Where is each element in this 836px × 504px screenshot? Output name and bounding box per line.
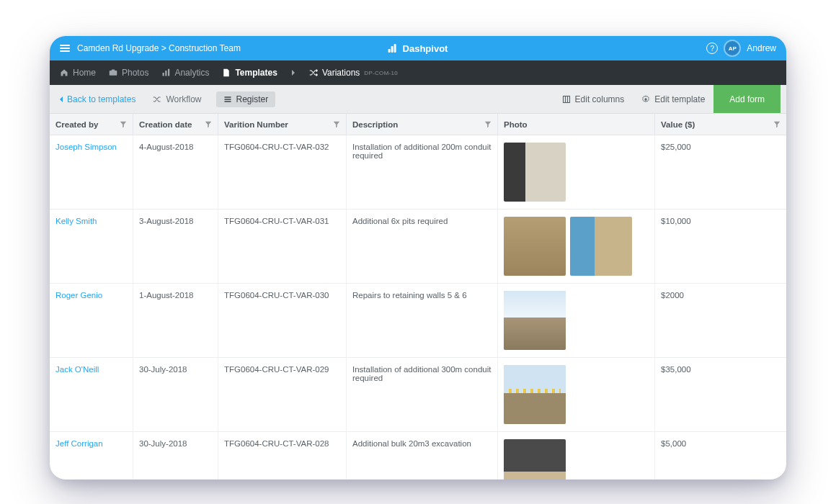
tab-workflow-label: Workflow — [166, 94, 201, 104]
cell-value: $2000 — [655, 284, 786, 357]
nav-home-label: Home — [73, 68, 96, 78]
nav-variations-label: Variations — [322, 68, 360, 78]
column-photo-label: Photo — [504, 120, 528, 129]
nav-bar: Home Photos Analytics Templates Variatio… — [50, 60, 786, 85]
photo-thumbnail[interactable] — [504, 217, 566, 276]
cell-photo — [498, 432, 655, 480]
cell-created-by[interactable]: Kelly Smith — [50, 210, 133, 283]
cell-value: $5,000 — [655, 432, 786, 480]
cell-creation-date: 4-August-2018 — [133, 135, 218, 209]
svg-rect-0 — [110, 71, 117, 76]
data-table: Created by Creation date Varition Number… — [50, 114, 786, 480]
column-variation-number-label: Varition Number — [224, 120, 288, 129]
nav-home[interactable]: Home — [60, 68, 96, 78]
cell-value: $35,000 — [655, 358, 786, 431]
photo-thumbnail[interactable] — [504, 439, 566, 480]
edit-columns-button[interactable]: Edit columns — [553, 85, 633, 113]
titlebar: Camden Rd Upgrade > Construction Team Da… — [50, 36, 786, 60]
filter-icon[interactable] — [120, 121, 127, 128]
column-description-label: Description — [352, 120, 398, 129]
nav-templates-label: Templates — [235, 68, 277, 78]
nav-photos[interactable]: Photos — [109, 68, 148, 78]
nav-templates[interactable]: Templates — [222, 68, 277, 78]
svg-rect-5 — [224, 96, 231, 98]
cell-photo — [498, 135, 655, 209]
cell-photo — [498, 358, 655, 431]
brand-bars-icon — [388, 44, 399, 53]
filter-icon[interactable] — [773, 121, 781, 128]
nav-variations-code: DP-COM-10 — [364, 70, 398, 76]
list-icon — [223, 95, 232, 104]
svg-rect-2 — [163, 73, 164, 76]
table-row[interactable]: Kelly Smith3-August-2018TFG0604-CRU-CT-V… — [50, 210, 786, 284]
filter-icon[interactable] — [484, 121, 492, 128]
photo-thumbnail[interactable] — [570, 217, 632, 276]
breadcrumb[interactable]: Camden Rd Upgrade > Construction Team — [77, 43, 241, 53]
avatar[interactable]: AP — [725, 41, 739, 55]
home-icon — [60, 68, 68, 77]
table-row[interactable]: Joseph Simpson4-August-2018TFG0604-CRU-C… — [50, 135, 786, 210]
cell-creation-date: 30-July-2018 — [133, 432, 218, 480]
nav-analytics[interactable]: Analytics — [161, 68, 209, 78]
tab-register-label: Register — [236, 94, 269, 104]
add-form-button[interactable]: Add form — [713, 85, 781, 113]
column-created-by[interactable]: Created by — [50, 114, 133, 135]
svg-rect-1 — [112, 70, 115, 71]
column-value[interactable]: Value ($) — [655, 114, 786, 135]
svg-rect-3 — [166, 71, 167, 76]
cell-description: Repairs to retaining walls 5 & 6 — [347, 284, 498, 357]
back-to-templates-link[interactable]: Back to templates — [55, 94, 138, 104]
nav-analytics-label: Analytics — [174, 68, 209, 78]
add-form-label: Add form — [729, 94, 765, 104]
column-created-by-label: Created by — [55, 120, 98, 129]
cell-created-by[interactable]: Roger Genio — [50, 284, 133, 357]
nav-variations[interactable]: Variations DP-COM-10 — [309, 68, 398, 78]
table-header: Created by Creation date Varition Number… — [50, 114, 786, 135]
svg-rect-7 — [224, 101, 231, 102]
table-row[interactable]: Roger Genio1-August-2018TFG0604-CRU-CT-V… — [50, 284, 786, 358]
brand: Dashpivot — [388, 43, 448, 54]
chevron-left-icon — [58, 96, 64, 103]
cell-description: Additional bulk 20m3 excavation — [347, 432, 498, 480]
filter-icon[interactable] — [205, 121, 212, 128]
analytics-icon — [161, 68, 170, 77]
svg-rect-4 — [168, 69, 169, 76]
cell-creation-date: 30-July-2018 — [133, 358, 218, 431]
table-row[interactable]: Jack O'Neill30-July-2018TFG0604-CRU-CT-V… — [50, 358, 786, 432]
toolbar: Back to templates Workflow Register Edit… — [50, 85, 786, 114]
column-creation-date[interactable]: Creation date — [133, 114, 218, 135]
cell-value: $10,000 — [655, 210, 786, 283]
column-variation-number[interactable]: Varition Number — [218, 114, 347, 135]
cell-created-by[interactable]: Joseph Simpson — [50, 135, 133, 209]
help-icon[interactable]: ? — [706, 42, 718, 54]
edit-template-label: Edit template — [654, 94, 705, 104]
svg-rect-6 — [224, 99, 231, 100]
hamburger-menu-icon[interactable] — [60, 45, 70, 52]
nav-photos-label: Photos — [122, 68, 148, 78]
tab-workflow[interactable]: Workflow — [146, 91, 208, 107]
cell-creation-date: 3-August-2018 — [133, 210, 218, 283]
table-row[interactable]: Jeff Corrigan30-July-2018TFG0604-CRU-CT-… — [50, 432, 786, 480]
brand-name: Dashpivot — [403, 43, 448, 54]
svg-rect-8 — [563, 96, 569, 102]
cell-created-by[interactable]: Jeff Corrigan — [50, 432, 133, 480]
photo-thumbnail[interactable] — [504, 143, 566, 202]
back-label: Back to templates — [67, 94, 135, 104]
column-photo[interactable]: Photo — [498, 114, 655, 135]
edit-template-button[interactable]: Edit template — [633, 85, 713, 113]
svg-point-11 — [645, 98, 647, 100]
cell-created-by[interactable]: Jack O'Neill — [50, 358, 133, 431]
app-window: Camden Rd Upgrade > Construction Team Da… — [50, 36, 786, 480]
column-description[interactable]: Description — [347, 114, 498, 135]
tab-register[interactable]: Register — [216, 91, 276, 107]
cell-variation-number: TFG0604-CRU-CT-VAR-031 — [218, 210, 347, 283]
photo-thumbnail[interactable] — [504, 291, 566, 350]
column-creation-date-label: Creation date — [139, 120, 192, 129]
document-icon — [222, 68, 231, 77]
photo-thumbnail[interactable] — [504, 365, 566, 424]
cell-variation-number: TFG0604-CRU-CT-VAR-028 — [218, 432, 347, 480]
cell-creation-date: 1-August-2018 — [133, 284, 218, 357]
filter-icon[interactable] — [333, 121, 340, 128]
cell-variation-number: TFG0604-CRU-CT-VAR-030 — [218, 284, 347, 357]
username[interactable]: Andrew — [747, 43, 776, 53]
